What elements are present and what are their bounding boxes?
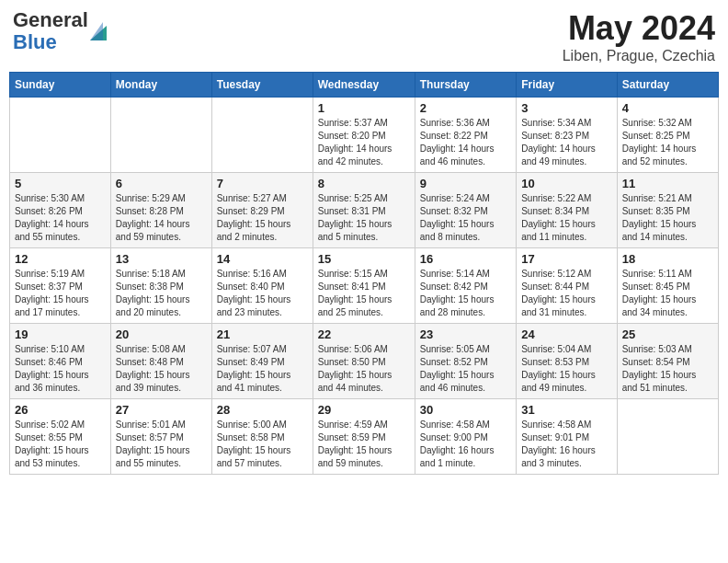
day-cell: 26 Sunrise: 5:02 AMSunset: 8:55 PMDaylig… xyxy=(10,399,111,475)
day-cell: 14 Sunrise: 5:16 AMSunset: 8:40 PMDaylig… xyxy=(211,248,313,324)
day-number: 21 xyxy=(217,327,308,341)
day-info: Sunrise: 4:58 AMSunset: 9:01 PMDaylight:… xyxy=(521,419,612,470)
day-cell: 27 Sunrise: 5:01 AMSunset: 8:57 PMDaylig… xyxy=(110,399,211,475)
day-cell: 20 Sunrise: 5:08 AMSunset: 8:48 PMDaylig… xyxy=(110,324,211,399)
weekday-header-tuesday: Tuesday xyxy=(211,73,313,98)
day-cell: 12 Sunrise: 5:19 AMSunset: 8:37 PMDaylig… xyxy=(10,248,111,324)
day-number: 6 xyxy=(116,177,207,190)
page-header: General Blue May 2024 Liben, Prague, Cze… xyxy=(9,9,719,64)
svg-marker-1 xyxy=(90,22,103,40)
day-cell: 9 Sunrise: 5:24 AMSunset: 8:32 PMDayligh… xyxy=(415,173,516,248)
day-info: Sunrise: 5:37 AMSunset: 8:20 PMDaylight:… xyxy=(318,117,410,168)
day-cell: 23 Sunrise: 5:05 AMSunset: 8:52 PMDaylig… xyxy=(415,324,516,399)
logo-blue-text: Blue xyxy=(13,30,57,53)
day-number: 3 xyxy=(521,101,612,115)
day-info: Sunrise: 5:22 AMSunset: 8:34 PMDaylight:… xyxy=(521,192,612,244)
day-cell xyxy=(617,399,718,475)
day-number: 29 xyxy=(318,403,410,417)
day-number: 28 xyxy=(217,403,308,417)
day-cell: 22 Sunrise: 5:06 AMSunset: 8:50 PMDaylig… xyxy=(313,324,415,399)
day-cell: 29 Sunrise: 4:59 AMSunset: 8:59 PMDaylig… xyxy=(313,399,415,475)
day-info: Sunrise: 5:15 AMSunset: 8:41 PMDaylight:… xyxy=(318,268,410,319)
logo-icon xyxy=(90,22,107,40)
weekday-header-sunday: Sunday xyxy=(10,73,111,98)
day-number: 14 xyxy=(217,252,308,266)
day-cell: 3 Sunrise: 5:34 AMSunset: 8:23 PMDayligh… xyxy=(517,98,618,173)
day-info: Sunrise: 5:03 AMSunset: 8:54 PMDaylight:… xyxy=(622,343,713,395)
calendar-table: SundayMondayTuesdayWednesdayThursdayFrid… xyxy=(9,72,719,475)
day-info: Sunrise: 5:19 AMSunset: 8:37 PMDaylight:… xyxy=(15,268,106,319)
day-info: Sunrise: 5:32 AMSunset: 8:25 PMDaylight:… xyxy=(622,117,713,168)
day-number: 27 xyxy=(116,403,207,417)
day-cell: 19 Sunrise: 5:10 AMSunset: 8:46 PMDaylig… xyxy=(10,324,111,399)
logo-general-text: General xyxy=(13,8,88,31)
title-block: May 2024 Liben, Prague, Czechia xyxy=(563,9,715,64)
day-info: Sunrise: 5:07 AMSunset: 8:49 PMDaylight:… xyxy=(217,343,308,395)
day-cell: 28 Sunrise: 5:00 AMSunset: 8:58 PMDaylig… xyxy=(211,399,313,475)
day-number: 17 xyxy=(521,252,612,266)
day-number: 19 xyxy=(15,327,106,341)
day-number: 1 xyxy=(318,101,410,115)
day-info: Sunrise: 5:16 AMSunset: 8:40 PMDaylight:… xyxy=(217,268,308,319)
day-number: 22 xyxy=(318,327,410,341)
day-info: Sunrise: 5:11 AMSunset: 8:45 PMDaylight:… xyxy=(622,268,713,319)
weekday-header-friday: Friday xyxy=(517,73,618,98)
day-cell: 4 Sunrise: 5:32 AMSunset: 8:25 PMDayligh… xyxy=(617,98,718,173)
day-number: 18 xyxy=(622,252,713,266)
day-number: 11 xyxy=(622,177,713,190)
day-number: 30 xyxy=(420,403,511,417)
day-info: Sunrise: 5:30 AMSunset: 8:26 PMDaylight:… xyxy=(15,192,106,244)
day-info: Sunrise: 5:27 AMSunset: 8:29 PMDaylight:… xyxy=(217,192,308,244)
day-cell: 30 Sunrise: 4:58 AMSunset: 9:00 PMDaylig… xyxy=(415,399,516,475)
weekday-header-row: SundayMondayTuesdayWednesdayThursdayFrid… xyxy=(10,73,719,98)
day-number: 16 xyxy=(420,252,511,266)
day-number: 9 xyxy=(420,177,511,190)
day-cell: 13 Sunrise: 5:18 AMSunset: 8:38 PMDaylig… xyxy=(110,248,211,324)
day-info: Sunrise: 5:29 AMSunset: 8:28 PMDaylight:… xyxy=(116,192,207,244)
logo: General Blue xyxy=(13,9,107,53)
day-number: 24 xyxy=(521,327,612,341)
day-cell: 11 Sunrise: 5:21 AMSunset: 8:35 PMDaylig… xyxy=(617,173,718,248)
day-cell: 21 Sunrise: 5:07 AMSunset: 8:49 PMDaylig… xyxy=(211,324,313,399)
calendar-title: May 2024 xyxy=(563,9,715,48)
week-row-4: 19 Sunrise: 5:10 AMSunset: 8:46 PMDaylig… xyxy=(10,324,719,399)
weekday-header-saturday: Saturday xyxy=(617,73,718,98)
day-info: Sunrise: 4:58 AMSunset: 9:00 PMDaylight:… xyxy=(420,419,511,470)
day-number: 20 xyxy=(116,327,207,341)
day-info: Sunrise: 5:04 AMSunset: 8:53 PMDaylight:… xyxy=(521,343,612,395)
day-cell: 8 Sunrise: 5:25 AMSunset: 8:31 PMDayligh… xyxy=(313,173,415,248)
day-info: Sunrise: 5:36 AMSunset: 8:22 PMDaylight:… xyxy=(420,117,511,168)
day-number: 2 xyxy=(420,101,511,115)
weekday-header-monday: Monday xyxy=(110,73,211,98)
day-info: Sunrise: 5:08 AMSunset: 8:48 PMDaylight:… xyxy=(116,343,207,395)
day-cell xyxy=(10,98,111,173)
day-info: Sunrise: 5:12 AMSunset: 8:44 PMDaylight:… xyxy=(521,268,612,319)
calendar-location: Liben, Prague, Czechia xyxy=(563,48,715,64)
day-number: 15 xyxy=(318,252,410,266)
day-cell xyxy=(211,98,313,173)
day-cell: 31 Sunrise: 4:58 AMSunset: 9:01 PMDaylig… xyxy=(517,399,618,475)
day-cell: 18 Sunrise: 5:11 AMSunset: 8:45 PMDaylig… xyxy=(617,248,718,324)
day-number: 31 xyxy=(521,403,612,417)
week-row-1: 1 Sunrise: 5:37 AMSunset: 8:20 PMDayligh… xyxy=(10,98,719,173)
day-cell: 24 Sunrise: 5:04 AMSunset: 8:53 PMDaylig… xyxy=(517,324,618,399)
day-number: 8 xyxy=(318,177,410,190)
day-info: Sunrise: 5:02 AMSunset: 8:55 PMDaylight:… xyxy=(15,419,106,470)
week-row-2: 5 Sunrise: 5:30 AMSunset: 8:26 PMDayligh… xyxy=(10,173,719,248)
day-cell: 5 Sunrise: 5:30 AMSunset: 8:26 PMDayligh… xyxy=(10,173,111,248)
day-info: Sunrise: 5:24 AMSunset: 8:32 PMDaylight:… xyxy=(420,192,511,244)
week-row-3: 12 Sunrise: 5:19 AMSunset: 8:37 PMDaylig… xyxy=(10,248,719,324)
day-cell: 7 Sunrise: 5:27 AMSunset: 8:29 PMDayligh… xyxy=(211,173,313,248)
day-info: Sunrise: 5:34 AMSunset: 8:23 PMDaylight:… xyxy=(521,117,612,168)
weekday-header-thursday: Thursday xyxy=(415,73,516,98)
day-info: Sunrise: 5:10 AMSunset: 8:46 PMDaylight:… xyxy=(15,343,106,395)
day-cell: 16 Sunrise: 5:14 AMSunset: 8:42 PMDaylig… xyxy=(415,248,516,324)
day-number: 13 xyxy=(116,252,207,266)
day-info: Sunrise: 5:01 AMSunset: 8:57 PMDaylight:… xyxy=(116,419,207,470)
weekday-header-wednesday: Wednesday xyxy=(313,73,415,98)
week-row-5: 26 Sunrise: 5:02 AMSunset: 8:55 PMDaylig… xyxy=(10,399,719,475)
day-cell: 1 Sunrise: 5:37 AMSunset: 8:20 PMDayligh… xyxy=(313,98,415,173)
day-cell: 25 Sunrise: 5:03 AMSunset: 8:54 PMDaylig… xyxy=(617,324,718,399)
day-info: Sunrise: 4:59 AMSunset: 8:59 PMDaylight:… xyxy=(318,419,410,470)
day-number: 23 xyxy=(420,327,511,341)
